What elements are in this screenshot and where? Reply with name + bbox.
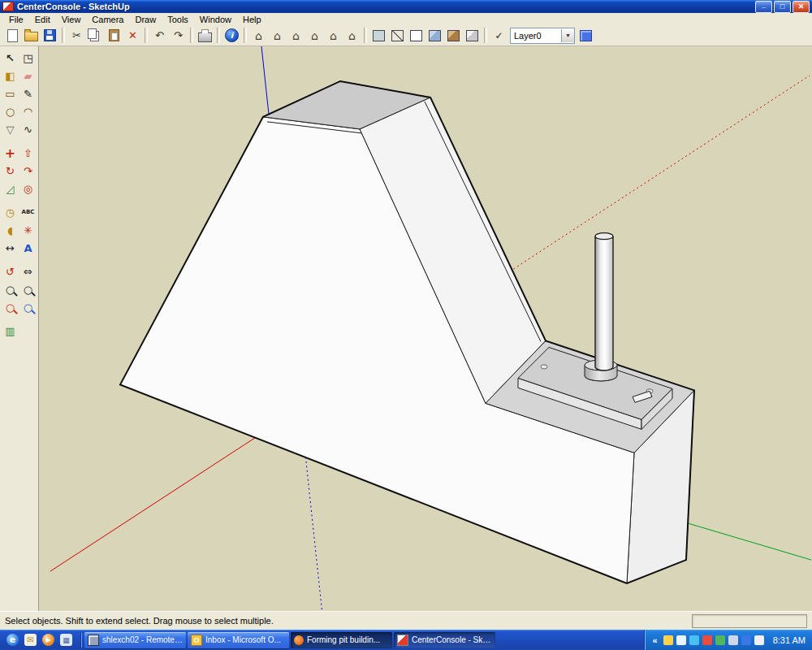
menu-help[interactable]: Help xyxy=(237,15,267,24)
3d-text-tool-button[interactable]: A xyxy=(20,239,37,257)
task-button-sketchup[interactable]: CenterConsole - Ske... xyxy=(394,632,495,648)
layer-manager-button[interactable] xyxy=(577,27,595,45)
media-player-icon[interactable]: ▶ xyxy=(42,634,54,646)
model-viewport[interactable] xyxy=(39,46,812,611)
tape-measure-tool-button[interactable]: ◷ xyxy=(2,203,19,221)
save-button[interactable] xyxy=(41,27,59,45)
style-shaded-button[interactable] xyxy=(425,27,444,45)
tray-icon-usb[interactable] xyxy=(741,635,751,645)
plate-screw-hole-left[interactable] xyxy=(541,365,547,369)
modeling-canvas[interactable] xyxy=(39,46,812,611)
freehand-tool-button[interactable]: ∿ xyxy=(20,120,37,138)
tray-icon-volume[interactable] xyxy=(676,635,686,645)
camera-left-button[interactable]: ⌂ xyxy=(324,27,343,45)
new-button[interactable] xyxy=(3,27,22,45)
shifter-rod-top[interactable] xyxy=(595,233,613,240)
tray-icon-updates[interactable] xyxy=(715,635,725,645)
minimize-button[interactable]: _ xyxy=(755,1,772,13)
menu-tools[interactable]: Tools xyxy=(162,15,194,24)
menu-draw[interactable]: Draw xyxy=(129,15,162,24)
tray-icon-messenger[interactable] xyxy=(702,635,712,645)
circle-tool-button[interactable]: ○ xyxy=(2,102,19,120)
text-tool-button[interactable]: ABC xyxy=(20,203,37,221)
section-plane-tool-button[interactable]: ▥ xyxy=(2,322,19,340)
axes-tool-button[interactable]: ✳ xyxy=(20,221,37,239)
style-wireframe-button[interactable] xyxy=(388,27,407,45)
copy-button[interactable] xyxy=(86,27,105,45)
cut-button[interactable]: ✂ xyxy=(67,27,86,45)
menu-view[interactable]: View xyxy=(56,15,87,24)
palette-group-gap xyxy=(0,138,38,144)
hide-tray-icons-chevron[interactable]: « xyxy=(653,635,658,645)
task-button-browser[interactable]: Forming pit buildin... xyxy=(291,632,392,648)
camera-front-button[interactable]: ⌂ xyxy=(287,27,305,45)
outlook-icon[interactable]: ✉ xyxy=(24,634,37,646)
protractor-tool-button[interactable]: ◖ xyxy=(2,221,19,239)
tray-icon-display[interactable] xyxy=(728,635,738,645)
follow-me-tool-button[interactable]: ↷ xyxy=(20,162,37,180)
close-button[interactable]: ✕ xyxy=(793,1,810,13)
pan-tool-button[interactable]: ⇔ xyxy=(20,262,37,280)
arc-tool-button[interactable]: ◠ xyxy=(20,102,37,120)
sketchup-logo-icon[interactable] xyxy=(2,2,14,11)
push-pull-tool-button[interactable]: ⇧ xyxy=(20,144,37,162)
rectangle-tool-button[interactable]: ▭ xyxy=(2,84,19,102)
style-hidden-line-button[interactable] xyxy=(407,27,425,45)
new-file-icon xyxy=(7,29,18,42)
style-xray-button[interactable] xyxy=(369,27,388,45)
model-info-button[interactable]: i xyxy=(222,27,241,45)
menu-window[interactable]: Window xyxy=(194,15,237,24)
save-floppy-icon xyxy=(44,29,56,41)
line-tool-button[interactable]: ✎ xyxy=(20,84,37,102)
task-button-remote-desktop[interactable]: shlexch02 - Remote ... xyxy=(84,632,186,648)
remote-desktop-icon xyxy=(88,635,99,646)
polygon-tool-button[interactable]: ▽ xyxy=(2,120,19,138)
top-view-icon: ⌂ xyxy=(274,29,281,42)
outlook-task-icon: O xyxy=(191,635,202,646)
zoom-previous-tool-button[interactable]: ○ xyxy=(20,298,37,316)
shifter-rod[interactable] xyxy=(595,236,613,370)
make-component-tool-button[interactable]: ◳ xyxy=(20,49,37,67)
tray-icon-network[interactable] xyxy=(689,635,699,645)
tray-icon-antivirus[interactable] xyxy=(663,635,673,645)
measurements-box[interactable] xyxy=(692,614,807,628)
maximize-button[interactable]: □ xyxy=(774,1,791,13)
zoom-window-tool-button[interactable]: ○ xyxy=(20,280,37,298)
undo-button[interactable]: ↶ xyxy=(150,27,169,45)
dimension-tool-button[interactable]: ↔ xyxy=(2,239,19,257)
menu-edit[interactable]: Edit xyxy=(29,15,56,24)
chevron-down-icon[interactable]: ▼ xyxy=(561,29,574,42)
tray-icon-power[interactable] xyxy=(754,635,764,645)
camera-right-button[interactable]: ⌂ xyxy=(305,27,324,45)
camera-top-button[interactable]: ⌂ xyxy=(268,27,287,45)
zoom-extents-tool-button[interactable]: ○ xyxy=(2,298,19,316)
internet-explorer-icon[interactable]: e xyxy=(6,634,19,646)
camera-iso-button[interactable]: ⌂ xyxy=(249,27,268,45)
rotate-tool-button[interactable]: ↻ xyxy=(2,162,19,180)
erase-button[interactable]: ✕ xyxy=(123,27,142,45)
offset-tool-button[interactable]: ◎ xyxy=(20,180,37,197)
toolbar-separator xyxy=(217,28,220,43)
scale-tool-button[interactable]: ◿ xyxy=(2,180,19,197)
style-shaded-textures-button[interactable] xyxy=(444,27,463,45)
menu-file[interactable]: File xyxy=(3,15,29,24)
taskbar-clock[interactable]: 8:31 AM xyxy=(773,635,806,645)
layer-visibility-button[interactable]: ✓ xyxy=(490,27,508,45)
task-button-outlook-inbox[interactable]: O Inbox - Microsoft O... xyxy=(188,632,289,648)
zoom-tool-button[interactable]: ○ xyxy=(2,280,19,298)
open-button[interactable] xyxy=(22,27,41,45)
select-tool-button[interactable]: ↖ xyxy=(2,49,19,67)
paste-button[interactable] xyxy=(105,27,123,45)
layer-dropdown[interactable]: Layer0 ▼ xyxy=(510,28,575,44)
camera-back-button[interactable]: ⌂ xyxy=(343,27,361,45)
orbit-tool-button[interactable]: ↺ xyxy=(2,262,19,280)
eraser-tool-button[interactable]: ▰ xyxy=(20,67,37,84)
redo-button[interactable]: ↷ xyxy=(169,27,188,45)
style-monochrome-button[interactable] xyxy=(463,27,482,45)
print-button[interactable] xyxy=(196,27,214,45)
show-desktop-icon[interactable]: ▦ xyxy=(60,634,72,646)
toolbar-separator xyxy=(244,28,247,43)
paint-bucket-tool-button[interactable]: ◧ xyxy=(2,67,19,84)
menu-camera[interactable]: Camera xyxy=(86,15,129,24)
move-tool-button[interactable]: + xyxy=(2,144,19,162)
